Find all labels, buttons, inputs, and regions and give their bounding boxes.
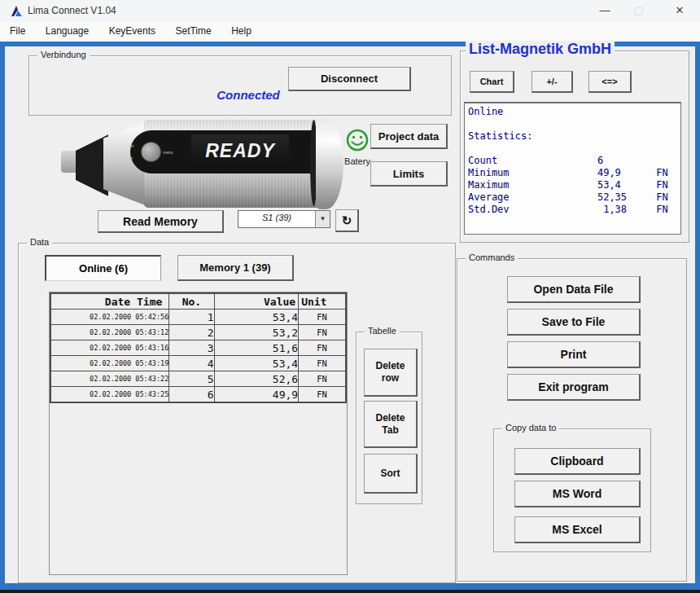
exit-program-button[interactable]: Exit program (507, 374, 641, 401)
window-title: Lima Connect V1.04 (28, 5, 116, 16)
device-menu-label: menu (163, 150, 173, 155)
swap-button[interactable]: <=> (588, 71, 632, 93)
copy-data-group-label: Copy data to (502, 423, 559, 433)
window-frame-right (695, 42, 700, 590)
col-header-value: Value (214, 293, 299, 310)
device-lcd: READY (191, 134, 289, 168)
device-image: on off menu READY (45, 116, 346, 210)
menu-keyevents[interactable]: KeyEvents (101, 22, 164, 40)
stats-line: Average 52,35 FN (468, 191, 680, 204)
stats-line: Std.Dev 1,38 FN (468, 204, 680, 216)
menu-file[interactable]: File (2, 22, 33, 40)
stats-line: Minimum 49,9 FN (468, 167, 680, 179)
battery-status-smiley-icon (345, 128, 370, 152)
close-button[interactable]: ✕ (664, 0, 695, 21)
stats-line: Maximum 53,4 FN (468, 179, 680, 191)
stats-line (468, 143, 680, 155)
chart-button[interactable]: Chart (470, 71, 514, 93)
connection-group-label: Verbindung (37, 50, 90, 59)
table-row[interactable]: 02.02.2000 05:42:56 1 53,4 FN (50, 310, 346, 325)
connection-status: Connected (203, 88, 293, 102)
window-frame-left (0, 42, 5, 590)
sort-button[interactable]: Sort (364, 454, 418, 494)
col-header-no: No. (169, 293, 214, 310)
delete-tab-button[interactable]: Delete Tab (364, 401, 418, 448)
connection-groupbox: Verbindung Disconnect (28, 55, 452, 116)
minimize-button[interactable]: — (589, 0, 620, 21)
brand-title: List-Magnetik GmbH (466, 41, 615, 58)
stats-line: Statistics: (468, 130, 680, 143)
open-data-file-button[interactable]: Open Data File (507, 276, 641, 303)
stats-line: Online (468, 106, 680, 118)
memory-select-value: S1 (39) (238, 213, 315, 222)
statistics-textbox: Online Statistics: Count 6 Minimum 49,9 … (464, 102, 681, 235)
delete-row-button[interactable]: Delete row (364, 349, 418, 397)
memory-select-dropdown[interactable]: S1 (39) ▼ (238, 210, 330, 228)
maximize-button: ▢ (623, 0, 654, 21)
app-window: Lima Connect V1.04 — ▢ ✕ File Language K… (0, 0, 700, 593)
limits-button[interactable]: Limits (370, 161, 448, 187)
menu-help[interactable]: Help (223, 22, 260, 40)
table-row[interactable]: 02.02.2000 05:43:16 3 51,6 FN (50, 340, 346, 356)
disconnect-button[interactable]: Disconnect (288, 67, 411, 91)
measurement-table: Date Time No. Value Unit 02.02.2000 05:4… (50, 292, 347, 403)
refresh-button[interactable]: ↻ (335, 209, 359, 232)
clipboard-button[interactable]: Clipboard (514, 448, 641, 475)
tab-online[interactable]: Online (6) (45, 255, 161, 281)
battery-label: Batery (342, 156, 373, 166)
tabelle-groupbox: Tabelle Delete row Delete Tab Sort (356, 332, 422, 504)
title-bar: Lima Connect V1.04 — ▢ ✕ (0, 0, 700, 22)
tabelle-group-label: Tabelle (365, 326, 400, 336)
print-button[interactable]: Print (507, 341, 641, 368)
device-lcd-text: READY (205, 140, 275, 162)
device-on-label: on (129, 143, 134, 148)
stats-line: Count 6 (468, 155, 680, 167)
device-off-label: off (128, 156, 133, 161)
col-header-unit: Unit (299, 293, 346, 310)
tab-memory-1[interactable]: Memory 1 (39) (177, 255, 294, 281)
window-edge-shadow (0, 590, 700, 593)
menu-bar: File Language KeyEvents SetTime Help (0, 22, 700, 42)
refresh-icon: ↻ (342, 213, 352, 228)
ms-word-button[interactable]: MS Word (514, 481, 641, 507)
table-row[interactable]: 02.02.2000 05:43:19 4 53,4 FN (50, 356, 346, 371)
data-group-label: Data (27, 237, 52, 247)
stats-line (468, 118, 680, 130)
plus-minus-button[interactable]: +/- (532, 71, 573, 93)
commands-group-label: Commands (466, 253, 518, 262)
commands-groupbox: Commands Open Data File Save to File Pri… (457, 258, 687, 582)
read-memory-button[interactable]: Read Memory (98, 210, 224, 233)
save-to-file-button[interactable]: Save to File (507, 309, 641, 336)
table-row[interactable]: 02.02.2000 05:43:22 5 52,6 FN (50, 371, 346, 387)
window-frame-bottom (0, 583, 700, 590)
measurement-grid-frame: Date Time No. Value Unit 02.02.2000 05:4… (49, 292, 348, 575)
table-row[interactable]: 02.02.2000 05:43:12 2 53,2 FN (50, 325, 346, 340)
menu-language[interactable]: Language (37, 22, 97, 40)
dropdown-arrow-icon[interactable]: ▼ (315, 211, 330, 227)
app-logo-icon (11, 5, 23, 17)
project-data-button[interactable]: Project data (370, 124, 448, 149)
table-header-row: Date Time No. Value Unit (50, 293, 346, 310)
table-row[interactable]: 02.02.2000 05:43:25 6 49,9 FN (50, 387, 346, 403)
menu-settime[interactable]: SetTime (167, 22, 219, 40)
col-header-datetime: Date Time (50, 293, 169, 310)
copy-data-groupbox: Copy data to Clipboard MS Word MS Excel (493, 428, 651, 552)
ms-excel-button[interactable]: MS Excel (514, 516, 641, 543)
